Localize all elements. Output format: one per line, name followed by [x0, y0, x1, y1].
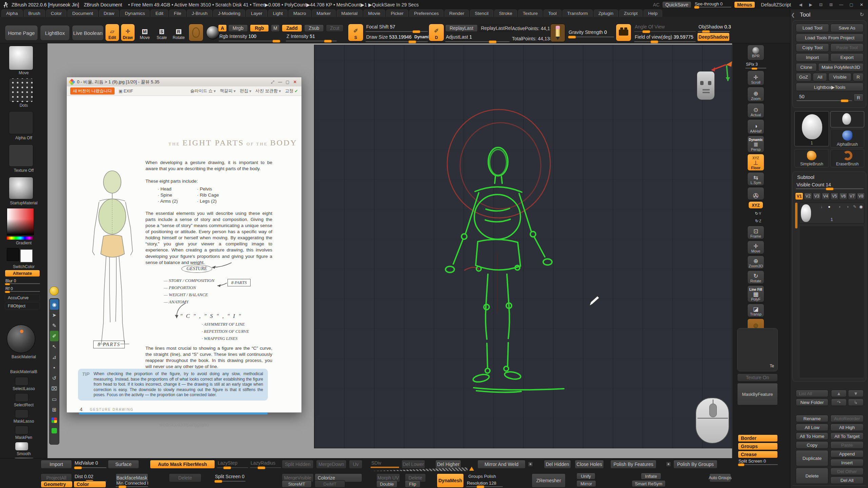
- library-menu[interactable]: 사진 보관함▾: [255, 88, 281, 94]
- basic-material-sphere[interactable]: [7, 325, 35, 353]
- a-toggle[interactable]: A: [218, 24, 227, 32]
- menu-item[interactable]: Color: [46, 9, 66, 17]
- exif-button[interactable]: ▣EXIF: [119, 88, 133, 94]
- menu-item[interactable]: Movie: [363, 9, 385, 17]
- mirror-button[interactable]: Mirror: [576, 480, 596, 487]
- goz-r-button[interactable]: R: [853, 73, 864, 81]
- paste-subtool-button[interactable]: Paste: [830, 441, 864, 449]
- mirror-weld-axis-toggle[interactable]: [528, 462, 533, 467]
- accucurve-button[interactable]: AccuCurve: [5, 294, 40, 301]
- subtool-version-tab[interactable]: V2: [804, 192, 812, 200]
- annotation-ruler-icon[interactable]: ⊿: [50, 352, 59, 362]
- rgb-button[interactable]: Rgb: [250, 24, 269, 32]
- stroke-dots-thumb[interactable]: [9, 78, 33, 102]
- lazystep-handle[interactable]: [223, 466, 231, 469]
- active-tool-thumb[interactable]: 1: [794, 111, 829, 146]
- actual-button[interactable]: ⊙Actual: [747, 103, 764, 118]
- subtool-version-tab[interactable]: V5: [830, 192, 839, 200]
- current-material-sphere[interactable]: [206, 26, 220, 39]
- double-button[interactable]: Double: [376, 480, 397, 488]
- groups-polish-button[interactable]: Groups Polish: [466, 473, 498, 480]
- import-button[interactable]: Import: [796, 53, 829, 62]
- visible-count-slider[interactable]: Visible Count 14: [796, 182, 864, 190]
- subtool-up-button[interactable]: ▲: [831, 390, 847, 397]
- select-lasso-thumb[interactable]: [15, 377, 28, 386]
- objshadow-slider[interactable]: ObjShadow 0.3: [698, 24, 730, 33]
- z-rotate-button[interactable]: ↻Z: [750, 218, 762, 224]
- gravity-strength-slider[interactable]: Gravity Strength 0: [568, 29, 614, 38]
- blur-handle[interactable]: [5, 283, 10, 285]
- resolution-handle[interactable]: [476, 485, 485, 488]
- menus-button[interactable]: Menus: [734, 1, 755, 8]
- angle-of-view-handle[interactable]: [642, 30, 650, 33]
- floor-button[interactable]: XYZ⊥Floor: [747, 154, 764, 171]
- annotation-screen-icon[interactable]: ▭: [50, 394, 59, 404]
- zoom3d-button[interactable]: ⊕Zoom3D: [747, 256, 764, 269]
- zadd-button[interactable]: Zadd: [282, 24, 302, 32]
- polish-by-groups-button[interactable]: Polish By Groups: [673, 460, 717, 469]
- del-lower-button[interactable]: Del Lower: [401, 460, 425, 469]
- menu-item[interactable]: Draw: [99, 9, 119, 17]
- annotation-undo-icon[interactable]: ↺: [50, 373, 59, 383]
- list-all-button[interactable]: List All: [796, 390, 828, 397]
- goz-button[interactable]: GoZ: [796, 73, 811, 81]
- menu-item[interactable]: Light: [268, 9, 288, 17]
- subtool-item[interactable]: ↓ ● ◐ ◑ ✎ ◉ 1: [799, 203, 864, 224]
- current-brush-preview[interactable]: [189, 24, 203, 41]
- viewer-minimize-icon[interactable]: —: [276, 80, 284, 84]
- splitscreen-handle[interactable]: [214, 480, 222, 483]
- xyz-button[interactable]: XYZ: [748, 201, 763, 209]
- subtool-brush-icon[interactable]: ✎: [853, 204, 856, 209]
- annotation-trash-icon[interactable]: ⌧: [50, 383, 59, 394]
- split-screen-handle[interactable]: [738, 463, 745, 466]
- annotation-marker-icon[interactable]: ✐: [50, 331, 59, 341]
- gravity-handle[interactable]: [568, 36, 576, 39]
- copy-tool-button[interactable]: Copy Tool: [796, 43, 829, 52]
- storemt-button[interactable]: StoreMT: [282, 480, 312, 488]
- splitscreen-slider[interactable]: Split Screen 0: [214, 473, 245, 482]
- del-all-button[interactable]: Del All: [830, 476, 864, 484]
- see-through-slider[interactable]: See-through 0: [694, 1, 731, 8]
- mask-pen-thumb[interactable]: [15, 426, 28, 434]
- menu-item[interactable]: Zscript: [619, 9, 643, 17]
- zcut-button[interactable]: Zcut: [326, 24, 343, 32]
- adjust-last-handle[interactable]: [489, 40, 497, 43]
- annotation-gallery-icon[interactable]: ⊞: [50, 404, 59, 415]
- alphabrush-thumb[interactable]: AlphaBrush: [830, 129, 864, 148]
- pin-toggle[interactable]: 고정✔: [285, 88, 298, 94]
- min-connected-handle[interactable]: [118, 485, 126, 488]
- save-as-button[interactable]: Save As: [830, 24, 864, 32]
- subtool-version-tab[interactable]: V4: [822, 192, 830, 200]
- menu-item[interactable]: Preferences: [409, 9, 443, 17]
- color-picker-hue[interactable]: [7, 237, 34, 240]
- rf-slider[interactable]: Rf 0: [5, 286, 40, 292]
- subtool-list-empty[interactable]: [799, 226, 864, 378]
- menu-item[interactable]: Zplugin: [594, 9, 618, 17]
- lsym-button[interactable]: ⇆L.Sym: [747, 172, 764, 186]
- delete-subtool-button[interactable]: Delete: [796, 468, 828, 484]
- min-connected-slider[interactable]: Min Connected I: [116, 480, 148, 488]
- copy-subtool-button[interactable]: Copy: [796, 441, 828, 449]
- deepshadow-button[interactable]: DeepShadow: [697, 33, 730, 41]
- lazyradius-handle[interactable]: [257, 466, 265, 469]
- spix-slider[interactable]: SPix 3: [745, 62, 766, 69]
- adjust-last-slider[interactable]: AdjustLast 1: [445, 34, 510, 43]
- dynamesh-button[interactable]: DynaMesh: [437, 473, 464, 488]
- persp-button[interactable]: Dynamic≣Persp: [747, 136, 764, 152]
- unify-button[interactable]: Unify: [576, 473, 595, 480]
- panel-refresh-icon[interactable]: ↻: [860, 12, 864, 18]
- mask-by-feature-button[interactable]: MaskByFeature: [737, 383, 778, 405]
- zremesher-button[interactable]: ZRemesher: [532, 473, 566, 488]
- startup-material-thumb[interactable]: [9, 177, 33, 199]
- move-button[interactable]: M Move: [137, 24, 153, 41]
- tool-quicksave-slider[interactable]: 50: [796, 94, 852, 102]
- mirror-and-weld-button[interactable]: Mirror And Weld: [477, 460, 526, 469]
- restore-button[interactable]: ▢: [848, 2, 855, 7]
- menu-item[interactable]: Render: [445, 9, 469, 17]
- delete-layer-button[interactable]: Delete: [169, 473, 201, 482]
- tile-icon[interactable]: ⊞: [827, 2, 835, 7]
- del-hidden-button[interactable]: Del Hidden: [544, 460, 571, 469]
- menu-item[interactable]: Transform: [563, 9, 593, 17]
- annotation-lightbulb-button[interactable]: [50, 286, 59, 296]
- angle-of-view-slider[interactable]: Angle Of View: [634, 24, 696, 33]
